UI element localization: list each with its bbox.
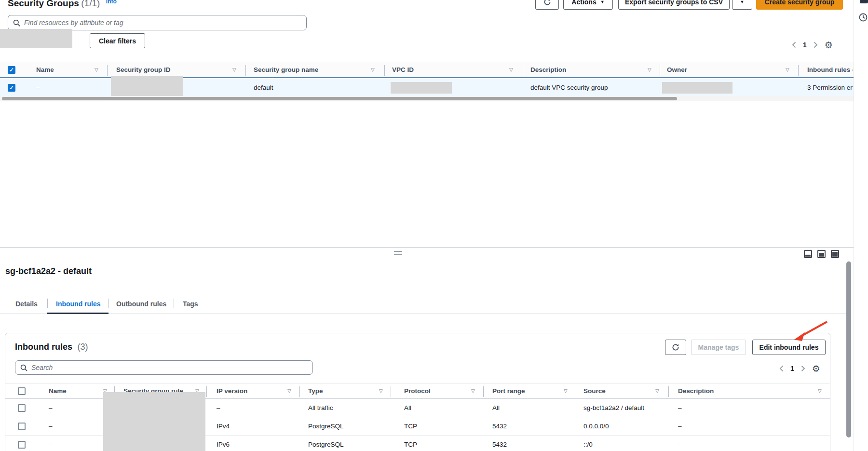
inbound-refresh-button[interactable]	[665, 340, 686, 355]
chevron-down-icon: ▼	[740, 0, 745, 4]
inbound-pagination: 1 ⚙	[779, 363, 820, 374]
create-security-group-button[interactable]: Create security group	[756, 0, 843, 10]
actions-label: Actions	[571, 0, 596, 6]
previous-page-icon[interactable]	[779, 365, 784, 372]
page-number[interactable]: 1	[790, 365, 794, 372]
column-divider[interactable]	[660, 65, 660, 76]
row-checkbox[interactable]	[18, 404, 26, 412]
redacted-vpc-id	[391, 82, 452, 94]
sort-icon[interactable]: ▽	[232, 67, 236, 72]
row-checkbox[interactable]: ✓	[8, 84, 15, 92]
manage-tags-button[interactable]: Manage tags	[691, 340, 746, 355]
page-title: Security Groups (1/1) Info	[8, 0, 117, 9]
column-divider[interactable]	[668, 386, 669, 397]
sort-icon[interactable]: ▽	[648, 67, 651, 72]
column-divider[interactable]	[577, 386, 577, 397]
tab-details[interactable]: Details	[15, 300, 38, 308]
active-tab-underline	[47, 313, 108, 314]
column-divider[interactable]	[391, 386, 391, 397]
panel-size-medium-icon[interactable]	[817, 250, 826, 258]
row-checkbox[interactable]	[18, 423, 26, 430]
preferences-gear-icon[interactable]: ⚙	[812, 364, 820, 373]
select-all-checkbox[interactable]	[18, 387, 26, 395]
top-pagination: 1 ⚙	[792, 40, 833, 50]
column-divider[interactable]	[798, 65, 799, 76]
history-clock-icon[interactable]	[858, 13, 868, 22]
redacted-sg-rule-ids	[103, 392, 205, 451]
clear-filters-button[interactable]: Clear filters	[90, 33, 145, 48]
column-header-protocol: Protocol	[404, 387, 431, 395]
column-header-ip-version: IP version	[217, 387, 247, 395]
result-count: (1/1)	[81, 0, 100, 8]
column-divider[interactable]	[523, 65, 523, 76]
inbound-rules-title: Inbound rules (3)	[15, 342, 88, 352]
tab-inbound-rules[interactable]: Inbound rules	[56, 300, 101, 308]
column-divider[interactable]	[384, 65, 385, 76]
sort-icon[interactable]: ▽	[818, 388, 822, 394]
cell-description: –	[678, 404, 682, 411]
select-all-checkbox[interactable]: ✓	[8, 66, 15, 74]
sort-icon[interactable]: ▽	[655, 388, 659, 394]
previous-page-icon[interactable]	[792, 41, 796, 48]
preferences-gear-icon[interactable]: ⚙	[825, 41, 833, 50]
next-page-icon[interactable]	[801, 365, 805, 372]
page-number[interactable]: 1	[803, 41, 807, 49]
cell-name: –	[49, 441, 53, 448]
cell-source: ::/0	[583, 441, 593, 448]
redacted-owner	[662, 82, 732, 94]
security-groups-console: Security Groups (1/1) Info Actions ▼ Exp…	[0, 0, 868, 451]
sort-icon[interactable]: ▽	[379, 388, 383, 394]
split-panel-title: sg-bcf1a2a2 - default	[5, 266, 92, 276]
page-title-text: Security Groups	[8, 0, 79, 8]
sort-icon[interactable]: ▽	[786, 67, 789, 72]
tab-tags[interactable]: Tags	[183, 300, 198, 308]
actions-button[interactable]: Actions ▼	[563, 0, 613, 10]
split-panel-drag-handle[interactable]	[394, 251, 402, 256]
next-page-icon[interactable]	[814, 41, 818, 48]
sort-icon[interactable]: ▽	[95, 67, 98, 72]
table-header-row: ✓ Name ▽ Security group ID ▽ Security gr…	[0, 62, 854, 78]
tab-separator	[47, 299, 48, 308]
search-icon	[13, 19, 20, 27]
refresh-button[interactable]	[535, 0, 559, 10]
tabs: Details Inbound rules Outbound rules Tag…	[0, 293, 846, 314]
notifications-icon[interactable]	[860, 0, 868, 3]
sort-icon[interactable]: ▽	[287, 388, 291, 394]
row-checkbox[interactable]	[18, 441, 26, 449]
column-divider[interactable]	[483, 386, 484, 397]
rules-search[interactable]	[15, 360, 313, 375]
export-options-button[interactable]: ▼	[732, 0, 752, 10]
clear-filters-label: Clear filters	[99, 37, 136, 45]
sort-icon[interactable]: ▽	[564, 388, 568, 394]
cell-source: 0.0.0.0/0	[583, 423, 609, 430]
resource-search[interactable]	[8, 15, 307, 30]
vertical-scrollbar-thumb[interactable]	[846, 261, 851, 437]
panel-size-large-icon[interactable]	[831, 250, 839, 258]
column-header-owner: Owner	[667, 66, 687, 73]
panel-size-small-icon[interactable]	[804, 250, 812, 258]
cell-type: PostgreSQL	[308, 441, 344, 448]
column-divider[interactable]	[206, 386, 207, 397]
chevron-down-icon: ▼	[600, 0, 605, 4]
sort-icon[interactable]: ▽	[471, 388, 475, 394]
column-header-description: Description	[678, 387, 714, 395]
column-header-sg-name: Security group name	[254, 66, 318, 73]
export-csv-button[interactable]: Export security groups to CSV	[618, 0, 730, 10]
resource-search-input[interactable]	[24, 19, 301, 27]
cell-description: –	[678, 441, 682, 448]
sort-icon[interactable]: ▽	[371, 67, 375, 72]
horizontal-scrollbar[interactable]	[0, 96, 854, 101]
right-side-toolbar	[854, 0, 868, 451]
info-link[interactable]: Info	[106, 0, 117, 5]
cell-protocol: All	[404, 404, 411, 411]
column-divider[interactable]	[107, 65, 108, 76]
horizontal-scrollbar-thumb[interactable]	[2, 97, 677, 100]
search-icon	[20, 364, 27, 371]
column-divider[interactable]	[299, 386, 300, 397]
column-divider[interactable]	[245, 65, 246, 76]
cell-ip-version: IPv6	[217, 441, 230, 448]
rules-search-input[interactable]	[31, 364, 308, 371]
tab-outbound-rules[interactable]: Outbound rules	[116, 300, 166, 308]
annotation-arrow	[781, 318, 834, 342]
sort-icon[interactable]: ▽	[509, 67, 513, 72]
